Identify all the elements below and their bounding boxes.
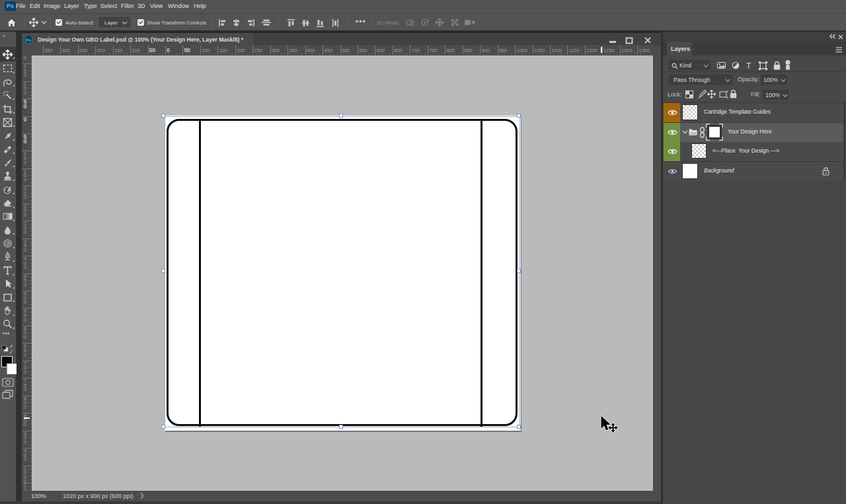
svg-text:Ps: Ps: [26, 38, 32, 42]
